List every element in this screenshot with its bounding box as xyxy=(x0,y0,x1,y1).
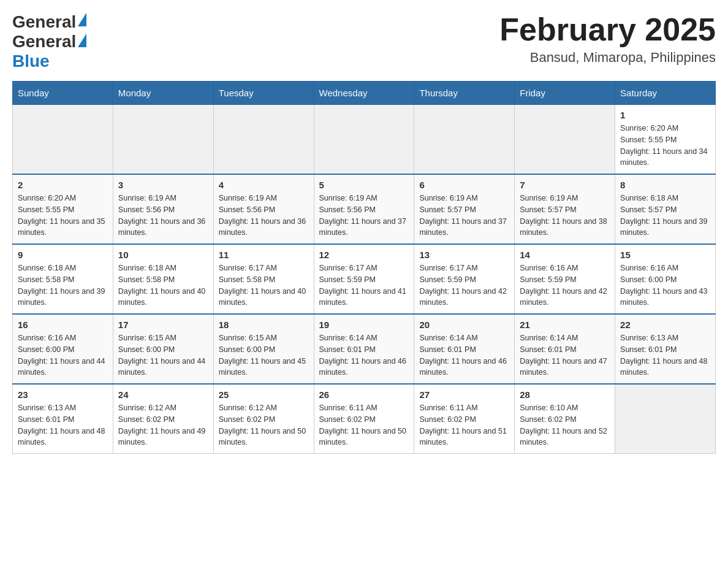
calendar-cell: 28Sunrise: 6:10 AMSunset: 6:02 PMDayligh… xyxy=(515,384,615,454)
calendar-cell: 19Sunrise: 6:14 AMSunset: 6:01 PMDayligh… xyxy=(314,314,414,384)
day-number: 4 xyxy=(219,180,309,190)
day-number: 12 xyxy=(319,250,409,260)
logo: General xyxy=(12,12,86,32)
calendar-cell: 21Sunrise: 6:14 AMSunset: 6:01 PMDayligh… xyxy=(515,314,615,384)
calendar-week-row-4: 23Sunrise: 6:13 AMSunset: 6:01 PMDayligh… xyxy=(13,384,716,454)
day-number: 18 xyxy=(219,320,309,330)
logo-general-line2: General xyxy=(12,32,76,51)
day-info: Sunrise: 6:17 AMSunset: 5:59 PMDaylight:… xyxy=(419,262,509,308)
day-number: 26 xyxy=(319,389,409,400)
calendar-cell: 17Sunrise: 6:15 AMSunset: 6:00 PMDayligh… xyxy=(113,314,213,384)
day-number: 14 xyxy=(520,250,610,260)
day-number: 6 xyxy=(419,180,509,190)
day-number: 2 xyxy=(18,180,108,190)
calendar-cell: 3Sunrise: 6:19 AMSunset: 5:56 PMDaylight… xyxy=(113,174,213,244)
day-number: 8 xyxy=(620,180,710,190)
day-info: Sunrise: 6:19 AMSunset: 5:56 PMDaylight:… xyxy=(319,193,409,239)
calendar-cell: 2Sunrise: 6:20 AMSunset: 5:55 PMDaylight… xyxy=(13,174,113,244)
day-info: Sunrise: 6:12 AMSunset: 6:02 PMDaylight:… xyxy=(118,402,208,448)
day-number: 20 xyxy=(419,320,509,330)
calendar-cell: 11Sunrise: 6:17 AMSunset: 5:58 PMDayligh… xyxy=(213,244,314,314)
calendar-cell: 7Sunrise: 6:19 AMSunset: 5:57 PMDaylight… xyxy=(515,174,615,244)
calendar-cell: 6Sunrise: 6:19 AMSunset: 5:57 PMDaylight… xyxy=(414,174,515,244)
day-info: Sunrise: 6:13 AMSunset: 6:01 PMDaylight:… xyxy=(18,402,108,448)
calendar-cell: 15Sunrise: 6:16 AMSunset: 6:00 PMDayligh… xyxy=(615,244,716,314)
day-info: Sunrise: 6:19 AMSunset: 5:56 PMDaylight:… xyxy=(219,193,309,239)
calendar-header-sunday: Sunday xyxy=(13,82,113,105)
day-info: Sunrise: 6:17 AMSunset: 5:59 PMDaylight:… xyxy=(319,262,409,308)
calendar-header-tuesday: Tuesday xyxy=(213,82,314,105)
calendar-cell: 26Sunrise: 6:11 AMSunset: 6:02 PMDayligh… xyxy=(314,384,414,454)
calendar-cell xyxy=(13,105,113,175)
calendar-cell: 22Sunrise: 6:13 AMSunset: 6:01 PMDayligh… xyxy=(615,314,716,384)
day-number: 22 xyxy=(620,320,710,330)
day-number: 11 xyxy=(219,250,309,260)
day-info: Sunrise: 6:12 AMSunset: 6:02 PMDaylight:… xyxy=(219,402,309,448)
day-number: 1 xyxy=(620,110,710,120)
day-number: 27 xyxy=(419,389,509,400)
day-info: Sunrise: 6:14 AMSunset: 6:01 PMDaylight:… xyxy=(419,332,509,378)
day-number: 5 xyxy=(319,180,409,190)
calendar-week-row-3: 16Sunrise: 6:16 AMSunset: 6:00 PMDayligh… xyxy=(13,314,716,384)
day-info: Sunrise: 6:11 AMSunset: 6:02 PMDaylight:… xyxy=(319,402,409,448)
calendar-cell: 13Sunrise: 6:17 AMSunset: 5:59 PMDayligh… xyxy=(414,244,515,314)
calendar-cell xyxy=(113,105,213,175)
calendar-cell xyxy=(515,105,615,175)
day-info: Sunrise: 6:16 AMSunset: 6:00 PMDaylight:… xyxy=(620,262,710,308)
logo-triangle2-icon xyxy=(78,34,86,47)
day-info: Sunrise: 6:20 AMSunset: 5:55 PMDaylight:… xyxy=(18,193,108,239)
calendar-cell: 12Sunrise: 6:17 AMSunset: 5:59 PMDayligh… xyxy=(314,244,414,314)
day-number: 7 xyxy=(520,180,610,190)
day-info: Sunrise: 6:19 AMSunset: 5:57 PMDaylight:… xyxy=(419,193,509,239)
day-number: 10 xyxy=(118,250,208,260)
day-info: Sunrise: 6:19 AMSunset: 5:57 PMDaylight:… xyxy=(520,193,610,239)
day-number: 21 xyxy=(520,320,610,330)
calendar-cell: 24Sunrise: 6:12 AMSunset: 6:02 PMDayligh… xyxy=(113,384,213,454)
calendar-header-row: SundayMondayTuesdayWednesdayThursdayFrid… xyxy=(13,82,716,105)
day-info: Sunrise: 6:10 AMSunset: 6:02 PMDaylight:… xyxy=(520,402,610,448)
day-info: Sunrise: 6:15 AMSunset: 6:00 PMDaylight:… xyxy=(118,332,208,378)
calendar-cell: 4Sunrise: 6:19 AMSunset: 5:56 PMDaylight… xyxy=(213,174,314,244)
day-number: 16 xyxy=(18,320,108,330)
calendar-cell: 1Sunrise: 6:20 AMSunset: 5:55 PMDaylight… xyxy=(615,105,716,175)
day-number: 28 xyxy=(520,389,610,400)
calendar-cell xyxy=(414,105,515,175)
calendar-cell: 23Sunrise: 6:13 AMSunset: 6:01 PMDayligh… xyxy=(13,384,113,454)
calendar-cell: 25Sunrise: 6:12 AMSunset: 6:02 PMDayligh… xyxy=(213,384,314,454)
day-info: Sunrise: 6:18 AMSunset: 5:58 PMDaylight:… xyxy=(118,262,208,308)
day-info: Sunrise: 6:18 AMSunset: 5:57 PMDaylight:… xyxy=(620,193,710,239)
day-number: 19 xyxy=(319,320,409,330)
calendar-cell: 10Sunrise: 6:18 AMSunset: 5:58 PMDayligh… xyxy=(113,244,213,314)
calendar-table: SundayMondayTuesdayWednesdayThursdayFrid… xyxy=(12,81,716,454)
day-number: 17 xyxy=(118,320,208,330)
calendar-cell: 27Sunrise: 6:11 AMSunset: 6:02 PMDayligh… xyxy=(414,384,515,454)
location-subtitle: Bansud, Mimaropa, Philippines xyxy=(499,50,716,66)
calendar-week-row-1: 2Sunrise: 6:20 AMSunset: 5:55 PMDaylight… xyxy=(13,174,716,244)
day-info: Sunrise: 6:16 AMSunset: 5:59 PMDaylight:… xyxy=(520,262,610,308)
day-info: Sunrise: 6:14 AMSunset: 6:01 PMDaylight:… xyxy=(319,332,409,378)
day-info: Sunrise: 6:11 AMSunset: 6:02 PMDaylight:… xyxy=(419,402,509,448)
logo-triangle-icon xyxy=(78,13,86,26)
calendar-header-saturday: Saturday xyxy=(615,82,716,105)
day-number: 25 xyxy=(219,389,309,400)
calendar-cell: 18Sunrise: 6:15 AMSunset: 6:00 PMDayligh… xyxy=(213,314,314,384)
calendar-cell: 20Sunrise: 6:14 AMSunset: 6:01 PMDayligh… xyxy=(414,314,515,384)
day-number: 13 xyxy=(419,250,509,260)
day-number: 15 xyxy=(620,250,710,260)
calendar-cell xyxy=(615,384,716,454)
day-number: 23 xyxy=(18,389,108,400)
day-info: Sunrise: 6:15 AMSunset: 6:00 PMDaylight:… xyxy=(219,332,309,378)
calendar-cell xyxy=(213,105,314,175)
day-info: Sunrise: 6:20 AMSunset: 5:55 PMDaylight:… xyxy=(620,123,710,169)
day-info: Sunrise: 6:17 AMSunset: 5:58 PMDaylight:… xyxy=(219,262,309,308)
calendar-cell: 16Sunrise: 6:16 AMSunset: 6:00 PMDayligh… xyxy=(13,314,113,384)
calendar-cell: 8Sunrise: 6:18 AMSunset: 5:57 PMDaylight… xyxy=(615,174,716,244)
calendar-cell: 9Sunrise: 6:18 AMSunset: 5:58 PMDaylight… xyxy=(13,244,113,314)
day-info: Sunrise: 6:13 AMSunset: 6:01 PMDaylight:… xyxy=(620,332,710,378)
header: General General Blue February 2025 Bansu… xyxy=(12,12,716,71)
title-area: February 2025 Bansud, Mimaropa, Philippi… xyxy=(499,12,716,66)
calendar-header-monday: Monday xyxy=(113,82,213,105)
calendar-cell: 14Sunrise: 6:16 AMSunset: 5:59 PMDayligh… xyxy=(515,244,615,314)
calendar-cell xyxy=(314,105,414,175)
calendar-header-thursday: Thursday xyxy=(414,82,515,105)
